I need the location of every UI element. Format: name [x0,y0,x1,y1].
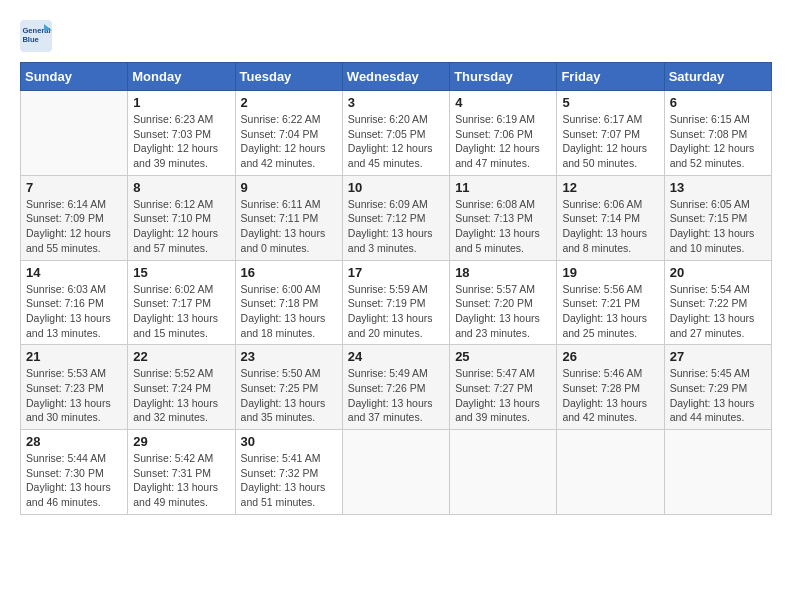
day-info: Sunrise: 5:47 AM Sunset: 7:27 PM Dayligh… [455,366,551,425]
calendar-cell: 20Sunrise: 5:54 AM Sunset: 7:22 PM Dayli… [664,260,771,345]
weekday-header-wednesday: Wednesday [342,63,449,91]
day-info: Sunrise: 5:42 AM Sunset: 7:31 PM Dayligh… [133,451,229,510]
day-info: Sunrise: 5:50 AM Sunset: 7:25 PM Dayligh… [241,366,337,425]
calendar-cell: 27Sunrise: 5:45 AM Sunset: 7:29 PM Dayli… [664,345,771,430]
day-info: Sunrise: 5:59 AM Sunset: 7:19 PM Dayligh… [348,282,444,341]
day-number: 7 [26,180,122,195]
day-info: Sunrise: 5:54 AM Sunset: 7:22 PM Dayligh… [670,282,766,341]
calendar: SundayMondayTuesdayWednesdayThursdayFrid… [20,62,772,515]
day-info: Sunrise: 6:23 AM Sunset: 7:03 PM Dayligh… [133,112,229,171]
calendar-body: 1Sunrise: 6:23 AM Sunset: 7:03 PM Daylig… [21,91,772,515]
day-info: Sunrise: 6:05 AM Sunset: 7:15 PM Dayligh… [670,197,766,256]
day-info: Sunrise: 5:45 AM Sunset: 7:29 PM Dayligh… [670,366,766,425]
day-info: Sunrise: 6:22 AM Sunset: 7:04 PM Dayligh… [241,112,337,171]
day-number: 30 [241,434,337,449]
header: General Blue [20,20,772,52]
weekday-header-thursday: Thursday [450,63,557,91]
logo: General Blue [20,20,56,52]
day-info: Sunrise: 5:57 AM Sunset: 7:20 PM Dayligh… [455,282,551,341]
calendar-cell: 10Sunrise: 6:09 AM Sunset: 7:12 PM Dayli… [342,175,449,260]
day-number: 1 [133,95,229,110]
day-number: 6 [670,95,766,110]
day-info: Sunrise: 5:41 AM Sunset: 7:32 PM Dayligh… [241,451,337,510]
calendar-cell: 2Sunrise: 6:22 AM Sunset: 7:04 PM Daylig… [235,91,342,176]
week-row-1: 1Sunrise: 6:23 AM Sunset: 7:03 PM Daylig… [21,91,772,176]
day-info: Sunrise: 6:03 AM Sunset: 7:16 PM Dayligh… [26,282,122,341]
day-info: Sunrise: 6:19 AM Sunset: 7:06 PM Dayligh… [455,112,551,171]
day-number: 8 [133,180,229,195]
day-number: 14 [26,265,122,280]
day-number: 11 [455,180,551,195]
calendar-cell: 15Sunrise: 6:02 AM Sunset: 7:17 PM Dayli… [128,260,235,345]
day-number: 26 [562,349,658,364]
calendar-cell: 28Sunrise: 5:44 AM Sunset: 7:30 PM Dayli… [21,430,128,515]
day-number: 17 [348,265,444,280]
day-number: 15 [133,265,229,280]
day-number: 24 [348,349,444,364]
day-number: 29 [133,434,229,449]
calendar-cell: 21Sunrise: 5:53 AM Sunset: 7:23 PM Dayli… [21,345,128,430]
day-info: Sunrise: 5:44 AM Sunset: 7:30 PM Dayligh… [26,451,122,510]
day-info: Sunrise: 5:56 AM Sunset: 7:21 PM Dayligh… [562,282,658,341]
day-number: 21 [26,349,122,364]
calendar-cell: 30Sunrise: 5:41 AM Sunset: 7:32 PM Dayli… [235,430,342,515]
day-info: Sunrise: 6:12 AM Sunset: 7:10 PM Dayligh… [133,197,229,256]
logo-icon: General Blue [20,20,52,52]
day-info: Sunrise: 6:11 AM Sunset: 7:11 PM Dayligh… [241,197,337,256]
day-info: Sunrise: 6:09 AM Sunset: 7:12 PM Dayligh… [348,197,444,256]
weekday-header-friday: Friday [557,63,664,91]
calendar-cell: 11Sunrise: 6:08 AM Sunset: 7:13 PM Dayli… [450,175,557,260]
day-number: 13 [670,180,766,195]
calendar-cell: 13Sunrise: 6:05 AM Sunset: 7:15 PM Dayli… [664,175,771,260]
calendar-cell: 25Sunrise: 5:47 AM Sunset: 7:27 PM Dayli… [450,345,557,430]
day-info: Sunrise: 5:46 AM Sunset: 7:28 PM Dayligh… [562,366,658,425]
calendar-cell: 5Sunrise: 6:17 AM Sunset: 7:07 PM Daylig… [557,91,664,176]
day-number: 12 [562,180,658,195]
day-info: Sunrise: 5:53 AM Sunset: 7:23 PM Dayligh… [26,366,122,425]
weekday-header-sunday: Sunday [21,63,128,91]
calendar-cell: 17Sunrise: 5:59 AM Sunset: 7:19 PM Dayli… [342,260,449,345]
calendar-cell: 26Sunrise: 5:46 AM Sunset: 7:28 PM Dayli… [557,345,664,430]
calendar-cell: 16Sunrise: 6:00 AM Sunset: 7:18 PM Dayli… [235,260,342,345]
calendar-cell: 3Sunrise: 6:20 AM Sunset: 7:05 PM Daylig… [342,91,449,176]
calendar-cell: 18Sunrise: 5:57 AM Sunset: 7:20 PM Dayli… [450,260,557,345]
day-info: Sunrise: 6:02 AM Sunset: 7:17 PM Dayligh… [133,282,229,341]
weekday-header-tuesday: Tuesday [235,63,342,91]
calendar-header: SundayMondayTuesdayWednesdayThursdayFrid… [21,63,772,91]
calendar-cell: 4Sunrise: 6:19 AM Sunset: 7:06 PM Daylig… [450,91,557,176]
day-number: 16 [241,265,337,280]
day-number: 28 [26,434,122,449]
day-info: Sunrise: 5:52 AM Sunset: 7:24 PM Dayligh… [133,366,229,425]
calendar-cell: 19Sunrise: 5:56 AM Sunset: 7:21 PM Dayli… [557,260,664,345]
calendar-cell [664,430,771,515]
calendar-cell [342,430,449,515]
week-row-5: 28Sunrise: 5:44 AM Sunset: 7:30 PM Dayli… [21,430,772,515]
calendar-cell [21,91,128,176]
calendar-cell: 12Sunrise: 6:06 AM Sunset: 7:14 PM Dayli… [557,175,664,260]
calendar-cell: 29Sunrise: 5:42 AM Sunset: 7:31 PM Dayli… [128,430,235,515]
week-row-3: 14Sunrise: 6:03 AM Sunset: 7:16 PM Dayli… [21,260,772,345]
calendar-cell: 9Sunrise: 6:11 AM Sunset: 7:11 PM Daylig… [235,175,342,260]
day-info: Sunrise: 6:17 AM Sunset: 7:07 PM Dayligh… [562,112,658,171]
weekday-row: SundayMondayTuesdayWednesdayThursdayFrid… [21,63,772,91]
day-number: 9 [241,180,337,195]
calendar-cell: 7Sunrise: 6:14 AM Sunset: 7:09 PM Daylig… [21,175,128,260]
calendar-cell: 6Sunrise: 6:15 AM Sunset: 7:08 PM Daylig… [664,91,771,176]
calendar-cell [557,430,664,515]
day-number: 20 [670,265,766,280]
day-number: 27 [670,349,766,364]
day-number: 23 [241,349,337,364]
week-row-4: 21Sunrise: 5:53 AM Sunset: 7:23 PM Dayli… [21,345,772,430]
day-number: 5 [562,95,658,110]
day-number: 25 [455,349,551,364]
calendar-cell: 1Sunrise: 6:23 AM Sunset: 7:03 PM Daylig… [128,91,235,176]
day-number: 10 [348,180,444,195]
calendar-cell: 24Sunrise: 5:49 AM Sunset: 7:26 PM Dayli… [342,345,449,430]
day-info: Sunrise: 6:08 AM Sunset: 7:13 PM Dayligh… [455,197,551,256]
day-number: 2 [241,95,337,110]
calendar-cell: 23Sunrise: 5:50 AM Sunset: 7:25 PM Dayli… [235,345,342,430]
calendar-cell [450,430,557,515]
calendar-cell: 22Sunrise: 5:52 AM Sunset: 7:24 PM Dayli… [128,345,235,430]
day-number: 18 [455,265,551,280]
day-info: Sunrise: 6:14 AM Sunset: 7:09 PM Dayligh… [26,197,122,256]
